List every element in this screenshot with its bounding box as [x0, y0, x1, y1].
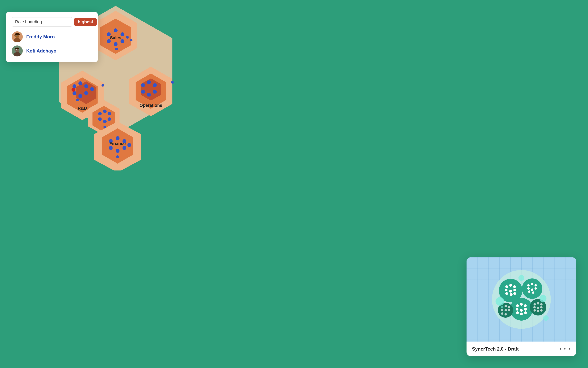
svg-point-84 — [505, 292, 508, 295]
svg-point-81 — [505, 289, 507, 291]
svg-point-25 — [115, 48, 118, 50]
svg-point-37 — [76, 99, 79, 101]
more-options-button[interactable]: • • • — [560, 346, 571, 352]
svg-point-125 — [518, 275, 524, 281]
svg-point-38 — [72, 88, 75, 92]
svg-point-68 — [122, 146, 126, 150]
search-card: highest — [6, 12, 98, 62]
svg-point-115 — [537, 302, 539, 304]
svg-point-47 — [141, 90, 145, 94]
svg-point-82 — [509, 290, 512, 293]
user-name: Kofi Adebayo — [26, 48, 56, 54]
svg-point-110 — [508, 309, 510, 311]
svg-point-83 — [513, 289, 516, 291]
svg-point-102 — [520, 313, 523, 315]
svg-point-59 — [108, 117, 111, 121]
svg-point-44 — [141, 83, 145, 87]
svg-point-33 — [73, 91, 76, 95]
svg-point-119 — [540, 306, 542, 308]
synertech-card: SynerTech 2.0 - Draft • • • — [467, 257, 576, 356]
svg-point-80 — [513, 285, 516, 288]
svg-point-88 — [531, 283, 533, 285]
svg-point-45 — [147, 80, 151, 84]
svg-point-23 — [126, 36, 129, 39]
svg-point-58 — [103, 120, 107, 123]
svg-point-114 — [533, 303, 536, 305]
svg-point-21 — [114, 42, 118, 46]
svg-point-36 — [90, 87, 94, 91]
svg-text:Operations: Operations — [139, 103, 162, 108]
svg-point-105 — [501, 306, 503, 308]
svg-point-124 — [539, 295, 546, 302]
svg-point-108 — [501, 309, 503, 311]
svg-point-39 — [101, 84, 104, 87]
svg-point-34 — [78, 94, 82, 98]
svg-point-55 — [103, 110, 107, 113]
synertech-title: SynerTech 2.0 - Draft — [472, 346, 519, 352]
svg-point-70 — [116, 155, 119, 158]
svg-point-116 — [540, 303, 542, 305]
svg-point-111 — [501, 312, 503, 315]
list-item[interactable]: Kofi Adebayo — [12, 46, 92, 56]
svg-point-69 — [127, 143, 131, 147]
svg-point-103 — [524, 311, 527, 314]
svg-point-24 — [130, 39, 132, 41]
svg-point-49 — [153, 90, 157, 94]
svg-point-5 — [16, 36, 17, 36]
svg-point-56 — [108, 112, 111, 115]
list-item[interactable]: Freddy Moro — [12, 31, 92, 42]
svg-point-66 — [109, 146, 113, 150]
svg-point-96 — [520, 303, 523, 306]
avatar — [12, 46, 23, 56]
user-list: Freddy Moro Kofi Adebayo — [12, 31, 92, 56]
svg-point-117 — [533, 306, 536, 308]
svg-text:Finance: Finance — [109, 141, 126, 146]
svg-point-67 — [116, 149, 119, 153]
svg-point-92 — [534, 287, 537, 290]
svg-point-79 — [509, 284, 512, 287]
search-row: highest — [12, 17, 92, 27]
svg-point-6 — [18, 36, 18, 36]
svg-point-109 — [505, 309, 507, 311]
svg-point-31 — [78, 81, 82, 85]
svg-point-87 — [527, 284, 530, 286]
svg-point-118 — [537, 307, 539, 309]
avatar — [12, 31, 23, 42]
svg-point-107 — [508, 306, 510, 308]
svg-point-30 — [73, 84, 76, 88]
svg-point-101 — [516, 311, 519, 314]
svg-point-106 — [505, 305, 507, 307]
svg-point-32 — [84, 84, 88, 88]
svg-point-93 — [528, 290, 530, 293]
svg-point-90 — [527, 287, 530, 290]
svg-point-18 — [114, 28, 118, 32]
search-input[interactable] — [12, 17, 72, 27]
svg-point-120 — [533, 309, 536, 312]
svg-point-89 — [534, 284, 537, 286]
svg-point-50 — [171, 81, 174, 84]
svg-text:Sales: Sales — [110, 35, 121, 40]
svg-point-121 — [537, 310, 539, 312]
svg-point-78 — [505, 285, 508, 288]
svg-point-97 — [524, 304, 527, 307]
bubble-chart — [490, 268, 553, 331]
svg-point-95 — [516, 304, 519, 307]
svg-point-64 — [116, 136, 119, 140]
svg-text:R&D: R&D — [78, 106, 87, 111]
svg-point-54 — [98, 112, 102, 115]
severity-badge: highest — [74, 18, 97, 26]
svg-point-86 — [513, 292, 516, 295]
svg-point-100 — [524, 308, 527, 311]
svg-point-98 — [516, 308, 518, 311]
synertech-image — [467, 257, 576, 341]
synertech-footer: SynerTech 2.0 - Draft • • • — [467, 341, 576, 356]
svg-point-99 — [520, 309, 523, 312]
svg-point-57 — [98, 117, 102, 121]
svg-point-48 — [147, 93, 151, 97]
svg-point-46 — [153, 83, 157, 87]
svg-point-126 — [543, 315, 549, 321]
svg-point-85 — [510, 293, 513, 296]
svg-point-123 — [496, 297, 504, 306]
svg-point-13 — [18, 50, 18, 50]
svg-point-122 — [540, 309, 542, 312]
